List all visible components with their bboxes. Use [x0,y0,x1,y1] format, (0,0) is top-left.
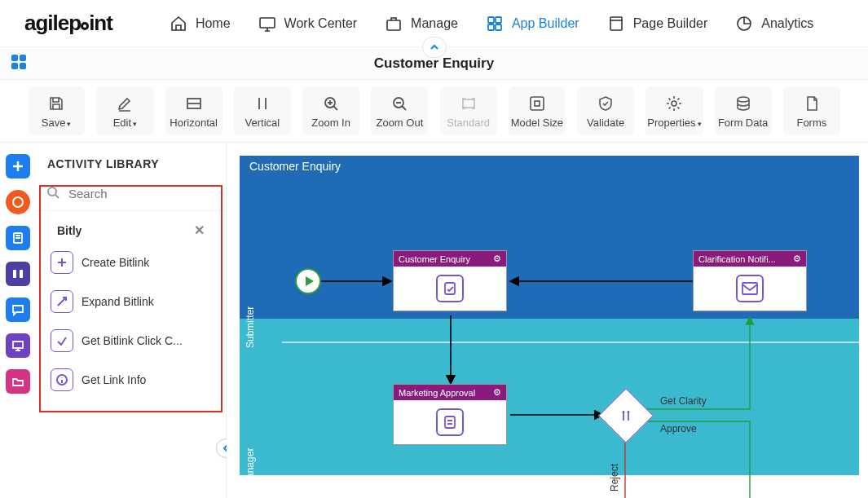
edge-label-reject: Reject [609,464,620,491]
svg-rect-16 [531,97,544,110]
process-canvas[interactable]: Customer Enquiry Submitter Marketing Man… [240,156,859,498]
view-grid-icon[interactable] [10,53,28,73]
home-icon [170,15,187,33]
properties-button[interactable]: Properties▾ [645,86,703,135]
model-size-icon [528,94,546,113]
activity-create-bitlink[interactable]: Create Bitlink [46,243,216,282]
node-marketing-approval[interactable]: Marketing Approval⚙ [393,384,507,445]
nav-label: Manage [411,16,458,31]
svg-point-19 [738,97,749,102]
validate-icon [597,94,615,113]
check-icon [51,329,73,352]
activity-label: Get Link Info [82,373,146,386]
svg-rect-6 [610,17,622,30]
page-icon [607,15,625,33]
rail-present-icon[interactable] [6,333,30,358]
nav-home[interactable]: Home [170,15,231,33]
lane-label: Marketing Manager [240,319,261,498]
pencil-icon [116,94,134,113]
validate-button[interactable]: Validate [577,86,634,135]
search-input[interactable] [67,186,225,201]
expand-icon [51,290,73,313]
toolbar-label: Properties▾ [647,117,701,129]
node-clarification[interactable]: Clarification Notifi...⚙ [693,250,807,311]
nav-label: Analytics [761,16,813,31]
forms-icon [803,94,821,113]
svg-rect-1 [387,20,400,30]
rail-bitly-icon[interactable] [6,190,30,214]
edit-button[interactable]: Edit▾ [96,86,153,135]
node-title: Clarification Notifi... [698,254,776,264]
add-button[interactable] [6,154,30,178]
svg-rect-34 [445,416,455,428]
horizontal-icon [185,94,203,113]
svg-rect-4 [488,24,494,30]
lane-area: Customer Enquiry⚙ Clarification Notifi..… [261,178,859,498]
model-size-button[interactable]: Model Size [509,86,566,135]
grid-icon [486,15,504,33]
svg-rect-24 [13,342,23,348]
rail-folder-icon[interactable] [6,369,30,394]
vertical-icon [253,94,271,113]
search-icon [46,185,60,202]
flow-arrows [261,178,859,498]
node-customer-enquiry[interactable]: Customer Enquiry⚙ [393,250,507,311]
svg-point-25 [48,187,56,196]
nav-label: Work Center [284,16,358,31]
briefcase-icon [385,15,403,33]
svg-rect-17 [535,101,540,106]
svg-point-18 [672,101,676,106]
svg-rect-9 [20,55,26,61]
activity-get-link-info[interactable]: Get Link Info [46,360,216,399]
main-area: ACTIVITY LIBRARY Bitly ✕ Create Bitlink … [0,143,868,498]
rail-columns-icon[interactable] [6,262,30,286]
collapse-top-icon[interactable] [422,37,447,58]
close-icon[interactable]: ✕ [194,223,205,238]
horizontal-button[interactable]: Horizontal [165,86,223,135]
start-node[interactable] [295,268,321,294]
gear-icon[interactable]: ⚙ [493,387,501,398]
logo: agilepint [24,11,112,36]
nav-label: App Builder [512,16,579,31]
library-category-row: Bitly ✕ [46,213,216,243]
svg-rect-10 [11,63,18,69]
toolbar-label: Validate [587,117,624,129]
decision-node[interactable] [598,388,654,443]
nav-manage[interactable]: Manage [385,15,458,33]
svg-rect-33 [742,283,757,294]
zoom-out-icon [390,94,408,113]
svg-rect-2 [488,17,494,23]
activity-expand-bitlink[interactable]: Expand Bitlink [46,282,216,321]
gear-icon [665,94,683,113]
zoom-in-button[interactable]: Zoom In [302,86,359,135]
svg-rect-15 [463,99,474,108]
clipboard-check-icon [436,275,464,302]
gear-icon[interactable]: ⚙ [793,253,801,264]
toolbar-label: Forms [796,117,826,129]
zoom-out-button[interactable]: Zoom Out [371,86,428,135]
rail-chat-icon[interactable] [6,297,30,322]
activity-click-count[interactable]: Get Bitlink Click C... [46,321,216,360]
gear-icon[interactable]: ⚙ [493,253,501,264]
svg-rect-32 [445,283,455,294]
save-button[interactable]: Save▾ [28,86,85,135]
toolbar: Save▾ Edit▾ Horizontal Vertical Zoom In … [0,80,868,143]
node-title: Customer Enquiry [399,254,470,264]
nav-analytics[interactable]: Analytics [735,15,813,33]
database-icon [734,94,752,113]
monitor-icon [258,15,276,33]
nav-page-builder[interactable]: Page Builder [607,15,708,33]
toolbar-label: Vertical [245,117,280,129]
standard-button: Standard [440,86,497,135]
nav-app-builder[interactable]: App Builder [486,15,579,33]
standard-icon [460,94,478,113]
forms-button[interactable]: Forms [783,86,840,135]
toolbar-label: Edit▾ [113,117,137,129]
rail-clipboard-icon[interactable] [6,226,30,250]
library-category-box: Bitly ✕ Create Bitlink Expand Bitlink Ge… [39,185,223,412]
edge-label-get-clarity: Get Clarity [660,395,707,407]
vertical-button[interactable]: Vertical [234,86,291,135]
nav-work-center[interactable]: Work Center [258,15,358,33]
plus-box-icon [51,251,73,274]
form-data-button[interactable]: Form Data [715,86,772,135]
